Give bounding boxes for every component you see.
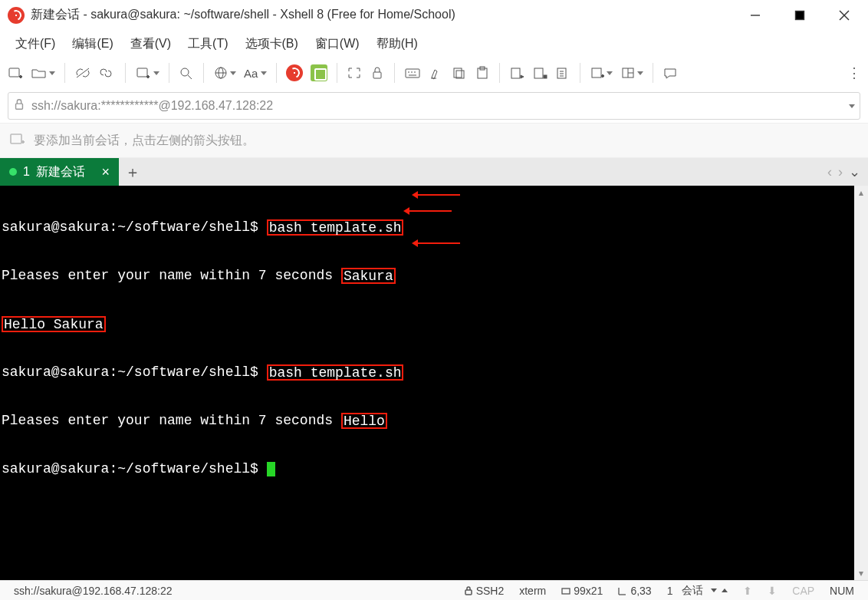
annotation-box: Hello Sakura xyxy=(2,316,106,332)
toolbar-separator xyxy=(64,63,65,83)
toolbar-overflow-button[interactable]: ⋮ xyxy=(845,64,863,81)
highlight-button[interactable] xyxy=(426,61,447,84)
svg-rect-4 xyxy=(9,68,19,77)
svg-rect-8 xyxy=(137,68,147,77)
menu-help[interactable]: 帮助(H) xyxy=(369,33,426,55)
term-text: Pleases enter your name within 7 seconds xyxy=(2,413,341,428)
prompt: sakura@sakura:~/software/shell$ xyxy=(2,364,267,380)
menu-file[interactable]: 文件(F) xyxy=(8,33,63,55)
svg-rect-35 xyxy=(592,68,601,77)
svg-rect-17 xyxy=(406,69,419,77)
annotation-box: bash template.sh xyxy=(267,219,404,236)
scroll-down-icon[interactable]: ▾ xyxy=(854,566,868,580)
chat-button[interactable] xyxy=(659,61,681,84)
toolbar-separator xyxy=(276,63,277,83)
xshell-launch-button[interactable] xyxy=(283,61,306,84)
tab-session-1[interactable]: 1 新建会话 × xyxy=(0,158,119,186)
address-dropdown-icon[interactable] xyxy=(849,104,855,108)
svg-rect-16 xyxy=(373,72,381,78)
properties-button[interactable] xyxy=(132,61,163,84)
fullscreen-button[interactable] xyxy=(344,61,365,84)
svg-rect-1 xyxy=(796,11,804,19)
bookmark-bar: 要添加当前会话，点击左侧的箭头按钮。 xyxy=(0,123,868,158)
svg-rect-30 xyxy=(544,75,547,78)
menu-window[interactable]: 窗口(W) xyxy=(307,33,367,55)
svg-rect-29 xyxy=(534,68,543,78)
term-text: Pleases enter your name within 7 seconds xyxy=(2,268,341,283)
main-toolbar: Aa ⋮ xyxy=(0,57,868,89)
toolbar-separator xyxy=(337,63,337,83)
window-title: 新建会话 - sakura@sakura: ~/software/shell -… xyxy=(31,7,455,23)
xftp-launch-button[interactable] xyxy=(307,61,330,84)
annotation-arrow xyxy=(409,210,452,212)
window-buttons xyxy=(733,0,866,31)
svg-rect-45 xyxy=(465,590,472,595)
status-dot-icon xyxy=(9,168,17,176)
open-session-button[interactable] xyxy=(28,61,58,84)
toolbar-separator xyxy=(580,63,580,83)
paste-button[interactable] xyxy=(472,61,493,84)
font-button[interactable]: Aa xyxy=(241,61,270,84)
reconnect-button[interactable] xyxy=(96,61,119,84)
log-stop-button[interactable] xyxy=(529,61,551,84)
menu-view[interactable]: 查看(V) xyxy=(123,33,179,55)
minimize-button[interactable] xyxy=(733,0,778,31)
new-tab-button[interactable]: ＋ xyxy=(119,158,146,186)
lock-button[interactable] xyxy=(367,61,388,84)
menu-tabs[interactable]: 选项卡(B) xyxy=(238,33,306,55)
annotation-box: Sakura xyxy=(341,268,396,284)
svg-marker-28 xyxy=(521,75,524,78)
address-bar[interactable]: ssh://sakura:************@192.168.47.128… xyxy=(8,92,860,120)
maximize-button[interactable] xyxy=(778,0,822,31)
xshell-icon xyxy=(286,64,303,81)
address-text: ssh://sakura:************@192.168.47.128… xyxy=(31,99,273,113)
svg-line-12 xyxy=(188,75,192,79)
tab-index: 1 xyxy=(23,165,30,179)
encoding-button[interactable] xyxy=(210,61,239,84)
svg-point-11 xyxy=(181,68,189,76)
svg-rect-41 xyxy=(16,104,23,109)
layout-button[interactable] xyxy=(617,61,646,84)
copy-button[interactable] xyxy=(449,61,470,84)
tab-close-button[interactable]: × xyxy=(101,165,110,179)
new-window-button[interactable] xyxy=(587,61,616,84)
close-button[interactable] xyxy=(822,0,866,31)
terminal[interactable]: sakura@sakura:~/software/shell$ bash tem… xyxy=(0,186,854,580)
bookmark-hint-text: 要添加当前会话，点击左侧的箭头按钮。 xyxy=(34,133,255,149)
menu-edit[interactable]: 编辑(E) xyxy=(64,33,120,55)
search-button[interactable] xyxy=(176,61,197,84)
tab-label: 新建会话 xyxy=(36,164,85,180)
tab-prev-button[interactable]: ‹ xyxy=(827,164,832,180)
tab-list-button[interactable]: ⌄ xyxy=(849,163,860,180)
xftp-icon xyxy=(311,64,327,81)
prompt: sakura@sakura:~/software/shell$ xyxy=(2,219,267,235)
scroll-up-icon[interactable]: ▴ xyxy=(854,186,868,199)
terminal-cursor xyxy=(267,462,275,476)
terminal-wrap: sakura@sakura:~/software/shell$ bash tem… xyxy=(0,186,868,580)
annotation-box: bash template.sh xyxy=(267,364,404,381)
add-bookmark-icon[interactable] xyxy=(9,132,26,149)
prompt: sakura@sakura:~/software/shell$ xyxy=(2,461,267,476)
keyboard-button[interactable] xyxy=(401,61,424,84)
terminal-scrollbar[interactable]: ▴ ▾ xyxy=(854,186,868,580)
menu-tools[interactable]: 工具(T) xyxy=(180,33,235,55)
tab-next-button[interactable]: › xyxy=(838,164,843,180)
svg-rect-27 xyxy=(511,68,520,78)
toolbar-separator xyxy=(394,63,395,83)
new-session-button[interactable] xyxy=(5,61,26,84)
menubar: 文件(F) 编辑(E) 查看(V) 工具(T) 选项卡(B) 窗口(W) 帮助(… xyxy=(0,31,868,57)
disconnect-button[interactable] xyxy=(71,61,94,84)
svg-rect-42 xyxy=(11,134,21,143)
log-start-button[interactable] xyxy=(506,61,528,84)
tab-strip: 1 新建会话 × ＋ ‹ › ⌄ xyxy=(0,158,868,186)
tab-nav: ‹ › ⌄ xyxy=(827,158,868,186)
log-browse-button[interactable] xyxy=(552,61,574,84)
toolbar-separator xyxy=(203,63,204,83)
titlebar: 新建会话 - sakura@sakura: ~/software/shell -… xyxy=(0,0,868,31)
lock-icon xyxy=(13,98,25,114)
annotation-arrow xyxy=(418,194,460,196)
toolbar-separator xyxy=(169,63,169,83)
svg-rect-23 xyxy=(454,68,462,77)
toolbar-separator xyxy=(653,63,653,83)
toolbar-separator xyxy=(125,63,126,83)
